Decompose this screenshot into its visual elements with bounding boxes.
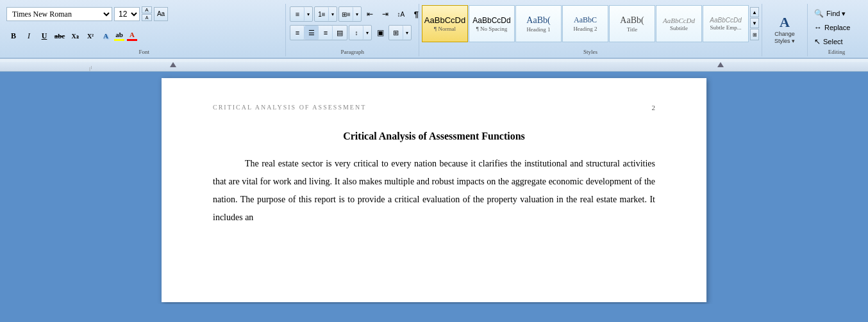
paragraph-section: ≡ ▾ 1≡ ▾ ⊞≡ ▾ ⇤ ⇥ ↕A — [286, 4, 419, 56]
font-section: Times New Roman 12 A A Aa B I — [3, 4, 286, 56]
bullet-list-btn[interactable]: ≡ — [290, 7, 305, 21]
align-right-btn[interactable]: ≡ — [319, 26, 333, 40]
multilevel-list-dropdown[interactable]: ▾ — [353, 7, 361, 21]
ribbon: Times New Roman 12 A A Aa B I — [0, 0, 868, 72]
select-label: Select — [823, 38, 843, 45]
change-styles-btn[interactable]: A ChangeStyles ▾ — [765, 12, 805, 49]
change-styles-label: ChangeStyles ▾ — [774, 31, 795, 45]
document-area: CRITICAL ANALYSIS OF ASSESSMENT 2 Critic… — [0, 72, 868, 304]
styles-section: AaBbCcDd ¶ Normal AaBbCcDd ¶ No Spacing … — [419, 4, 762, 56]
align-left-btn[interactable]: ≡ — [290, 26, 305, 40]
change-styles-icon: A — [780, 15, 790, 29]
style-subtle-emphasis[interactable]: AaBbCcDd Subtle Emp... — [703, 5, 749, 42]
font-size-decrease-btn[interactable]: A — [142, 14, 152, 21]
font-size-increase-btn[interactable]: A — [142, 6, 152, 13]
italic-btn[interactable]: I — [22, 29, 36, 43]
line-spacing-dropdown[interactable]: ▾ — [363, 26, 371, 40]
justify-btn[interactable]: ▤ — [333, 26, 347, 40]
bold-btn[interactable]: B — [6, 29, 21, 43]
superscript-btn[interactable]: X² — [83, 29, 97, 43]
paragraph-section-label: Paragraph — [290, 47, 415, 55]
line-spacing-group: ↕ ▾ — [349, 25, 372, 40]
replace-btn[interactable]: ↔ Replace — [812, 22, 853, 33]
styles-scroll-down-btn[interactable]: ▼ — [750, 18, 759, 28]
borders-btn[interactable]: ⊞ — [389, 26, 403, 40]
select-icon: ↖ — [814, 37, 821, 46]
page-header: CRITICAL ANALYSIS OF ASSESSMENT 2 — [213, 104, 655, 111]
style-heading2[interactable]: AaBbC Heading 2 — [562, 5, 608, 42]
select-btn[interactable]: ↖ Select — [812, 36, 846, 47]
highlight-btn[interactable]: ab — [114, 31, 124, 41]
replace-label: Replace — [824, 24, 850, 31]
editing-section: 🔍 Find ▾ ↔ Replace ↖ Select Editing — [808, 4, 865, 56]
style-no-spacing[interactable]: AaBbCcDd ¶ No Spacing — [469, 5, 515, 42]
subscript-btn[interactable]: X₂ — [68, 29, 82, 43]
bullet-list-group: ≡ ▾ — [290, 6, 313, 22]
bullet-list-dropdown[interactable]: ▾ — [305, 7, 312, 21]
style-subtitle[interactable]: AaBbCcDd Subtitle — [656, 5, 702, 42]
replace-icon: ↔ — [814, 23, 822, 32]
borders-group: ⊞ ▾ — [388, 25, 412, 40]
style-heading1[interactable]: AaBb( Heading 1 — [515, 5, 562, 42]
align-center-btn[interactable]: ☰ — [305, 26, 319, 40]
change-styles-section: A ChangeStyles ▾ — [762, 4, 808, 56]
number-list-group: 1≡ ▾ — [314, 6, 337, 22]
strikethrough-btn[interactable]: abc — [53, 29, 67, 43]
text-effects-btn[interactable]: A — [99, 29, 113, 43]
align-group: ≡ ☰ ≡ ▤ — [290, 25, 347, 40]
styles-more-btn[interactable]: ⊞ — [750, 29, 759, 40]
font-color-btn[interactable]: A — [127, 31, 137, 41]
page: CRITICAL ANALYSIS OF ASSESSMENT 2 Critic… — [162, 78, 706, 302]
find-label: Find ▾ — [826, 10, 846, 18]
line-spacing-btn[interactable]: ↕ — [349, 26, 363, 40]
svg-text:|: | — [91, 65, 92, 70]
page-number: 2 — [652, 104, 656, 111]
increase-indent-btn[interactable]: ⇥ — [378, 7, 392, 21]
underline-btn[interactable]: U — [37, 29, 51, 43]
find-icon: 🔍 — [814, 9, 824, 18]
document-title: Critical Analysis of Assessment Function… — [213, 131, 655, 142]
paragraph-1[interactable]: The real estate sector is very critical … — [213, 155, 655, 227]
clear-format-btn[interactable]: Aa — [154, 7, 168, 21]
header-text: CRITICAL ANALYSIS OF ASSESSMENT — [213, 104, 366, 111]
font-section-label: Font — [6, 47, 281, 55]
style-title[interactable]: AaBb( Title — [609, 5, 655, 42]
font-size-select[interactable]: 12 — [114, 7, 140, 21]
ruler: | — [0, 59, 868, 72]
styles-section-label: Styles — [422, 47, 759, 55]
sort-btn[interactable]: ↕A — [394, 7, 408, 21]
document-body[interactable]: The real estate sector is very critical … — [213, 155, 655, 227]
borders-dropdown[interactable]: ▾ — [403, 26, 411, 40]
find-btn[interactable]: 🔍 Find ▾ — [812, 8, 848, 19]
shading-btn[interactable]: ▣ — [373, 26, 387, 40]
number-list-btn[interactable]: 1≡ — [315, 7, 329, 21]
style-normal[interactable]: AaBbCcDd ¶ Normal — [422, 5, 468, 42]
editing-section-label: Editing — [812, 47, 862, 55]
decrease-indent-btn[interactable]: ⇤ — [363, 7, 377, 21]
multilevel-list-group: ⊞≡ ▾ — [338, 6, 362, 22]
number-list-dropdown[interactable]: ▾ — [329, 7, 337, 21]
multilevel-list-btn[interactable]: ⊞≡ — [339, 7, 353, 21]
styles-scroll-up-btn[interactable]: ▲ — [750, 7, 759, 17]
font-name-select[interactable]: Times New Roman — [6, 7, 112, 21]
